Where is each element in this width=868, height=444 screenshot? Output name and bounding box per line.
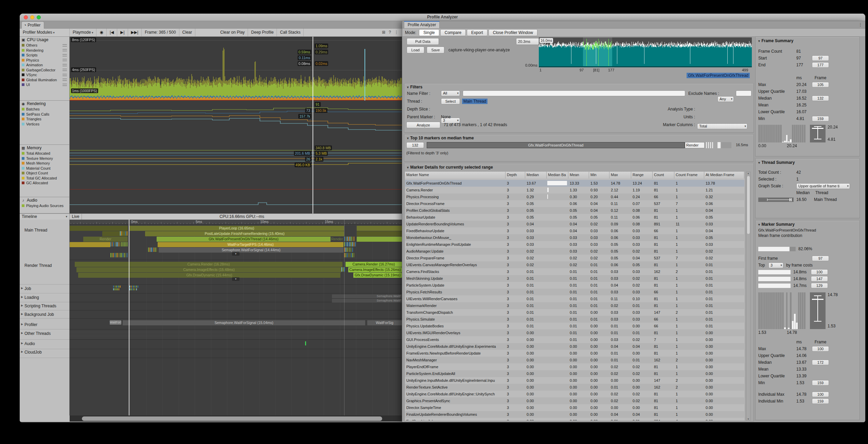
thread-label-job[interactable]: ▶Job xyxy=(24,286,31,291)
timeline-bar[interactable]: Render xyxy=(83,237,128,242)
table-row[interactable]: Director.SampleTime30.000.000.000.000.00… xyxy=(405,404,744,411)
load-button[interactable]: Load xyxy=(407,47,424,53)
table-row[interactable]: AudioManager.Update30.020.030.020.050.02… xyxy=(405,248,744,255)
playmode-dropdown[interactable]: Playmode xyxy=(70,29,96,36)
view-mode-dropdown[interactable]: Timeline xyxy=(20,214,70,220)
drag-handle-icon[interactable] xyxy=(63,49,67,51)
timeline-bar[interactable]: Semaphore.WaitForSignal (14.44ms) xyxy=(159,247,343,253)
expander-icon[interactable]: ▶ xyxy=(21,304,23,307)
timeline-hscrollbar[interactable] xyxy=(70,415,402,422)
mode-close-profiler-window[interactable]: Close Profiler Window xyxy=(489,29,537,36)
column-header[interactable]: Mean xyxy=(568,172,589,178)
column-header[interactable]: Median xyxy=(525,172,547,178)
legend-item[interactable]: Others xyxy=(20,43,69,48)
legend-item[interactable]: Scripts xyxy=(20,53,69,58)
legend-item[interactable]: Animation xyxy=(20,63,69,68)
analyze-button[interactable]: Analyze xyxy=(406,122,440,128)
top-n-dropdown[interactable]: 3 xyxy=(768,262,783,268)
expander-icon[interactable]: ▶ xyxy=(21,295,23,298)
thread-label-main-thread[interactable]: Main Thread xyxy=(24,228,47,233)
record-button[interactable]: ◉ xyxy=(96,29,106,36)
timeline-view[interactable]: 0ms5ms10ms15msPlayerLoop (16.65ms)PostLa… xyxy=(70,220,402,415)
thread-label-render-thread[interactable]: Render Thread xyxy=(24,263,52,268)
frame-jump-button[interactable]: 129 xyxy=(811,283,828,288)
table-row[interactable]: UIEvents.WillRenderCanvases30.010.010.01… xyxy=(405,295,744,302)
frame-time-chart[interactable] xyxy=(539,37,752,67)
legend-item[interactable]: UI xyxy=(20,82,69,87)
timeline-bar[interactable]: Camera.ImageEffects (15.48ms) xyxy=(76,267,341,272)
expander-icon[interactable]: ▶ xyxy=(21,350,23,353)
top-cost-row[interactable]: 14.8ms147 xyxy=(756,275,860,282)
table-row[interactable]: Profiler.CollectGlobalStats30.050.050.04… xyxy=(405,207,744,214)
clear-on-play-toggle[interactable]: Clear on Play xyxy=(217,29,248,36)
name-filter-mode-dropdown[interactable]: All xyxy=(441,90,460,96)
timeline-bar[interactable]: Gfx.DrawDynamic (15.44ms) xyxy=(78,273,340,278)
frame-jump-button[interactable]: 172 xyxy=(812,360,829,365)
mode-export[interactable]: Export xyxy=(467,29,488,36)
legend-item[interactable]: VSync xyxy=(20,72,69,78)
column-header[interactable]: At Median Frame xyxy=(704,172,744,178)
deep-profile-toggle[interactable]: Deep Profile xyxy=(248,29,277,36)
timeline-bar[interactable]: Camera.ImageEffects (15.26ms) xyxy=(348,267,402,272)
table-row[interactable]: Director.PrepareFrame30.020.020.020.050.… xyxy=(405,255,744,261)
thread-row[interactable]: 16.50Main Thread xyxy=(756,196,860,203)
expander-icon[interactable]: ▶ xyxy=(21,342,23,345)
timeline-bar[interactable]: Semaphore.WaitF xyxy=(332,294,402,298)
drag-handle-icon[interactable] xyxy=(63,54,67,56)
table-row[interactable]: UpdateRendererBoundingVolumes30.040.040.… xyxy=(405,221,744,227)
table-row[interactable]: TransformChangedDispatch30.010.010.000.0… xyxy=(405,309,744,316)
expander-icon[interactable]: ▶ xyxy=(21,323,23,326)
table-row[interactable]: Camera.Render31.321.330.932.121.198111.2… xyxy=(405,187,744,193)
timeline-bar[interactable]: WaitForSig xyxy=(367,320,402,325)
top10-bar[interactable]: Gfx.WaitForPresentOnGfxThreadRender xyxy=(427,142,734,148)
frame-jump-button[interactable]: 100 xyxy=(811,269,828,275)
frame-jump-button[interactable]: 147 xyxy=(811,276,828,281)
thread-label-background-job[interactable]: ▶Background Job xyxy=(24,312,54,317)
legend-item[interactable]: Vertices xyxy=(20,122,69,127)
table-row[interactable]: FinalizeUpdateRendererBoundingVolumes30.… xyxy=(405,411,744,418)
column-header[interactable]: Count xyxy=(653,172,674,178)
table-row[interactable]: BehaviourUpdate30.050.050.050.110.068110… xyxy=(405,214,744,221)
top-cost-row[interactable]: 14.7ms129 xyxy=(756,282,860,289)
timeline-bar[interactable] xyxy=(70,242,110,247)
thread-label-other-threads[interactable]: ▶Other Threads xyxy=(24,331,51,336)
collapse-button[interactable]: ▼ xyxy=(232,277,240,281)
legend-item[interactable]: Mesh Memory xyxy=(20,161,69,166)
timeline-bar[interactable]: Semaphore.WaitForSignal (15.04ms) xyxy=(123,320,365,325)
frame-jump-button[interactable]: 100 xyxy=(812,346,829,352)
table-row[interactable]: UIEvents.CanvasManagerRenderOverlays30.0… xyxy=(405,261,744,268)
top10-segment-render[interactable]: Render xyxy=(685,142,705,148)
timeline-bar[interactable]: Render xyxy=(331,237,343,242)
legend-item[interactable]: Rendering xyxy=(20,48,69,53)
menu-icon[interactable]: ⋮ xyxy=(394,29,398,36)
legend-item[interactable]: SetPass Calls xyxy=(20,112,69,117)
drag-handle-icon[interactable] xyxy=(63,79,67,81)
table-row[interactable]: Physics.FetchResults30.010.010.010.030.0… xyxy=(405,289,744,295)
frame-jump-button[interactable]: 159 xyxy=(812,380,829,386)
drag-handle-icon[interactable] xyxy=(63,59,67,61)
top-cost-row[interactable]: 14.8ms100 xyxy=(756,269,860,275)
table-row[interactable]: GUI.ProcessEvents30.000.010.000.030.0271… xyxy=(405,336,744,343)
timeline-bar[interactable]: PlayerLoop (16.65ms) xyxy=(129,226,344,231)
table-row[interactable]: RenderTexture.SetActive30.000.000.000.01… xyxy=(405,384,744,391)
table-row[interactable]: Physics.Simulate30.010.010.010.030.03661… xyxy=(405,316,744,323)
scroll-up-icon[interactable]: ▲ xyxy=(747,172,750,174)
live-button[interactable]: Live xyxy=(70,214,82,220)
thread-value[interactable]: Main Thread xyxy=(462,99,488,104)
frame-jump-button[interactable]: 132 xyxy=(812,96,829,101)
column-header[interactable]: Range xyxy=(631,172,653,178)
column-header[interactable]: Median Ba xyxy=(547,172,568,178)
timeline-bar[interactable]: Camera.Render (16.28ms) xyxy=(75,262,342,267)
table-row[interactable]: EnlightenRuntimeManager.PostUpdate30.030… xyxy=(405,241,744,248)
timeline-bar[interactable]: Camera.Render (16.27ms) xyxy=(346,262,402,267)
graph-scale-dropdown[interactable]: Upper quartile of frame ti xyxy=(796,183,850,189)
tab-profiler[interactable]: ◔Profiler xyxy=(21,21,44,29)
module-header[interactable]: ♪Audio xyxy=(20,197,69,203)
next-frame-button[interactable]: ▶| xyxy=(117,29,128,36)
frame-jump-button[interactable]: 177 xyxy=(812,62,829,68)
thread-label-profiler[interactable]: ▶Profiler xyxy=(24,322,37,327)
exclude-mode-dropdown[interactable]: Any xyxy=(718,96,734,102)
legend-item[interactable]: Texture Memory xyxy=(20,156,69,161)
timeline-bar[interactable]: PostLateUpdate.FinishFrameRendering (15.… xyxy=(145,231,344,236)
thread-select-button[interactable]: Select xyxy=(441,98,460,104)
